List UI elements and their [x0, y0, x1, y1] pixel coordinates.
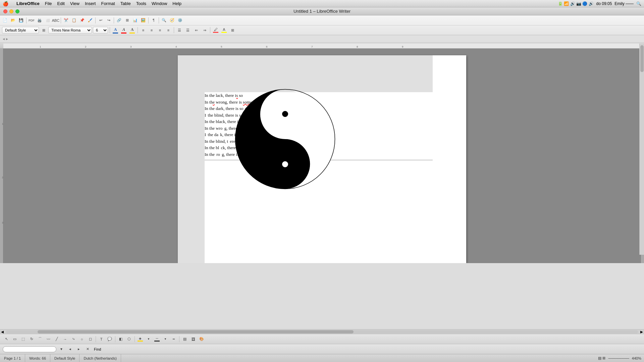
draw-line[interactable]: ╱	[53, 336, 60, 343]
vscroll-thumb[interactable]	[640, 45, 644, 72]
draw-cursor[interactable]: ↖	[3, 336, 10, 343]
draw-callout[interactable]: 💬	[106, 336, 113, 343]
status-language: Dutch (Netherlands)	[79, 354, 121, 362]
find-next[interactable]: ▸	[75, 346, 83, 353]
draw-arrow[interactable]: →	[61, 336, 69, 343]
line-color[interactable]: ─	[153, 336, 161, 343]
draw-rect[interactable]: ▭	[11, 336, 18, 343]
chart-btn[interactable]: 📊	[131, 17, 139, 24]
draw-rotate[interactable]: ↻	[28, 336, 35, 343]
title-bar: Untitled 1 – LibreOffice Writer	[0, 7, 644, 15]
menu-table[interactable]: Table	[118, 0, 133, 7]
redo-btn[interactable]: ↪	[105, 17, 112, 24]
ruler-inner: 1 2 3 4 5 6 7 8 9	[3, 44, 644, 48]
font-select[interactable]: Times New Roma	[48, 27, 92, 34]
list-unordered[interactable]: ☰	[176, 26, 183, 34]
find-close[interactable]: ✕	[84, 346, 91, 353]
underline-a[interactable]: A	[128, 26, 136, 34]
white-page[interactable]: In the lack, there is so In the wrong, t…	[178, 55, 466, 263]
horizontal-scrollbar[interactable]: ◂ ▸	[0, 329, 644, 334]
spell-btn[interactable]: ABC	[52, 17, 59, 24]
menu-insert[interactable]: Insert	[82, 0, 99, 7]
menu-view[interactable]: View	[67, 0, 82, 7]
zoom-slider[interactable]: ────────	[608, 356, 629, 360]
line-dropdown[interactable]: ▼	[162, 336, 169, 343]
preview-btn[interactable]: ⬜	[44, 17, 51, 24]
find-prev[interactable]: ◂	[66, 346, 74, 353]
draw-shadow[interactable]: ◧	[117, 336, 124, 343]
svg-point-5	[282, 161, 288, 167]
style-select[interactable]: Default Style	[2, 27, 39, 34]
undo-btn[interactable]: ↩	[97, 17, 104, 24]
cut-btn[interactable]: ✂️	[62, 17, 70, 24]
insert-gallery[interactable]: 🎨	[198, 336, 205, 343]
hyperlink-btn[interactable]: 🔗	[115, 17, 123, 24]
draw-ellipse[interactable]: ○	[78, 336, 86, 343]
list-ordered[interactable]: ☰	[184, 26, 192, 34]
menu-libreoffice[interactable]: LibreOffice	[14, 0, 42, 7]
zoom-btn[interactable]: 🔍	[160, 17, 168, 24]
menu-window[interactable]: Window	[149, 0, 170, 7]
draw-sep1	[96, 336, 96, 342]
print-btn[interactable]: 🖨️	[36, 17, 43, 24]
find-dropdown[interactable]: ▼	[58, 346, 65, 353]
img-btn[interactable]: 🖼️	[140, 17, 147, 24]
insert-img[interactable]: 🖼	[190, 336, 197, 343]
menu-file[interactable]: File	[42, 0, 55, 7]
draw-freehand[interactable]: 〰	[45, 336, 52, 343]
view-icons[interactable]: ▤ ⊞	[598, 356, 605, 360]
menu-edit[interactable]: Edit	[55, 0, 67, 7]
hscroll-left[interactable]: ◂	[0, 329, 5, 334]
highlight-btn[interactable]: 🖊	[212, 26, 219, 34]
maximize-button[interactable]	[15, 9, 19, 13]
pdf-btn[interactable]: PDF	[28, 17, 35, 24]
navigator-btn[interactable]: 🧭	[168, 17, 176, 24]
clone-btn[interactable]: 🖌️	[87, 17, 94, 24]
nav-forward[interactable]: ▸	[6, 37, 8, 41]
indent-more[interactable]: ⇒	[201, 26, 208, 34]
menu-tools[interactable]: Tools	[133, 0, 149, 7]
copy-btn[interactable]: 📋	[70, 17, 78, 24]
fill-color[interactable]: ◈	[137, 336, 144, 343]
draw-connector[interactable]: ⤷	[70, 336, 77, 343]
open-btn[interactable]: 📂	[9, 17, 17, 24]
align-center[interactable]: ≡	[148, 26, 155, 34]
size-select[interactable]: 6	[93, 27, 108, 34]
minimize-button[interactable]	[9, 9, 13, 13]
menu-format[interactable]: Format	[98, 0, 117, 7]
svg-point-4	[282, 111, 288, 117]
char-shade-a[interactable]: A	[120, 26, 127, 34]
new-btn[interactable]: 📄	[1, 17, 9, 24]
find-input[interactable]	[3, 346, 56, 352]
nonprint-btn[interactable]: ¶	[150, 17, 157, 24]
indent-less[interactable]: ⇐	[193, 26, 200, 34]
hscroll-track[interactable]	[6, 330, 638, 334]
font-color-a[interactable]: A	[112, 26, 119, 34]
close-button[interactable]	[3, 9, 7, 13]
misc1-btn[interactable]: ⚙️	[176, 17, 184, 24]
nav-back[interactable]: ◂	[3, 37, 5, 41]
style-btn[interactable]: ⊞	[40, 26, 47, 34]
draw-bezier[interactable]: ⌒	[36, 336, 44, 343]
hscroll-thumb[interactable]	[38, 330, 354, 334]
fill-dropdown[interactable]: ▼	[145, 336, 152, 343]
paste-btn[interactable]: 📌	[78, 17, 86, 24]
align-left[interactable]: ≡	[140, 26, 147, 34]
align-justify[interactable]: ≡	[165, 26, 172, 34]
misc-tb[interactable]: ⊞	[229, 26, 236, 34]
draw-3d[interactable]: ◻	[87, 336, 94, 343]
apple-menu[interactable]: 🍎	[3, 1, 8, 6]
draw-textbox[interactable]: T	[98, 336, 105, 343]
line-style[interactable]: ━	[170, 336, 177, 343]
search-icon[interactable]: 🔍	[636, 1, 641, 6]
align-right[interactable]: ≡	[156, 26, 164, 34]
hscroll-right[interactable]: ▸	[639, 329, 644, 334]
draw-3dobj[interactable]: ⬡	[125, 336, 133, 343]
draw-select[interactable]: ⬚	[19, 336, 27, 343]
vertical-scrollbar[interactable]	[639, 44, 644, 255]
menu-help[interactable]: Help	[170, 0, 184, 7]
bg-color-btn[interactable]: A	[220, 26, 228, 34]
table-btn[interactable]: ⊞	[123, 17, 131, 24]
save-btn[interactable]: 💾	[17, 17, 25, 24]
align-draw[interactable]: ▤	[181, 336, 189, 343]
